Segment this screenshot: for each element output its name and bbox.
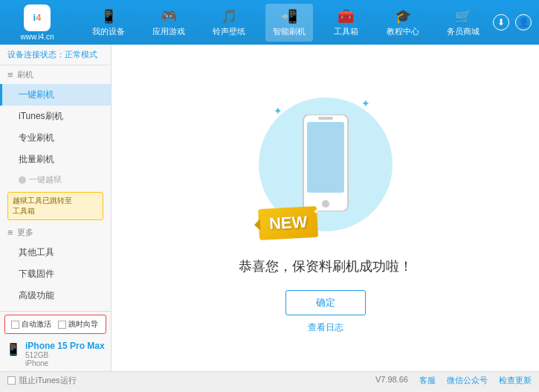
confirm-button[interactable]: 确定 <box>285 290 366 315</box>
time-guide-checkbox-item[interactable]: 跳时向导 <box>58 319 98 330</box>
phone-illustration: NEW ✦ ✦ ✦ <box>251 83 400 246</box>
sidebar-item-download-firmware[interactable]: 下载固件 <box>0 263 111 285</box>
sidebar-item-pro-flash[interactable]: 专业刷机 <box>0 127 111 149</box>
device-storage: 512GB <box>25 351 105 359</box>
sidebar-item-one-key-flash[interactable]: 一键刷机 <box>0 84 111 106</box>
svg-rect-1 <box>307 122 344 193</box>
sidebar-notice: 越狱工具已跳转至工具箱 <box>7 192 103 220</box>
header: i4 www.i4.cn 📱 我的设备 🎮 应用游戏 🎵 铃声壁纸 📲 智能刷机… <box>0 0 539 45</box>
sidebar: 设备连接状态：正常模式 ≡ 刷机 一键刷机 iTunes刷机 专业刷机 批量刷机… <box>0 45 112 371</box>
success-message: 恭喜您，保资料刷机成功啦！ <box>239 257 413 275</box>
phone-svg <box>300 115 352 211</box>
nav-ringtone[interactable]: 🎵 铃声壁纸 <box>205 4 253 42</box>
header-controls: ⬇ 👤 <box>493 14 532 30</box>
disabled-indicator <box>19 176 26 184</box>
nav-toolbox[interactable]: 🧰 工具箱 <box>326 4 367 42</box>
download-button[interactable]: ⬇ <box>493 14 509 30</box>
check-update-link[interactable]: 检查更新 <box>499 375 532 386</box>
nav-bar: 📱 我的设备 🎮 应用游戏 🎵 铃声壁纸 📲 智能刷机 🧰 工具箱 🎓 教程中心… <box>78 4 493 42</box>
footer: 阻止iTunes运行 V7.98.66 客服 微信公众号 检查更新 <box>0 371 539 389</box>
footer-left: 阻止iTunes运行 <box>7 375 77 386</box>
new-badge-text: NEW <box>268 212 308 233</box>
auto-activate-checkbox-item[interactable]: 自动激活 <box>11 319 51 330</box>
nav-app-games[interactable]: 🎮 应用游戏 <box>145 4 193 42</box>
badge-arrow <box>254 218 260 230</box>
service-icon: 🛒 <box>455 8 471 25</box>
main-container: 设备连接状态：正常模式 ≡ 刷机 一键刷机 iTunes刷机 专业刷机 批量刷机… <box>0 45 539 371</box>
ringtone-icon: 🎵 <box>221 8 237 25</box>
device-phone-icon: 📱 <box>6 342 21 356</box>
official-link[interactable]: 客服 <box>419 375 436 386</box>
device-entry: 📱 iPhone 15 Pro Max 512GB iPhone <box>0 337 111 371</box>
device-name: iPhone 15 Pro Max <box>25 341 105 351</box>
auto-activate-panel: 自动激活 跳时向导 <box>4 315 106 334</box>
user-button[interactable]: 👤 <box>515 14 532 30</box>
nav-smart-flash[interactable]: 📲 智能刷机 <box>265 4 313 42</box>
my-device-icon: 📱 <box>100 8 117 25</box>
sidebar-item-advanced[interactable]: 高级功能 <box>0 285 111 306</box>
toolbox-icon: 🧰 <box>338 8 354 25</box>
sidebar-item-batch-flash[interactable]: 批量刷机 <box>0 149 111 170</box>
smart-flash-icon: 📲 <box>281 8 297 25</box>
log-link[interactable]: 查看日志 <box>308 321 343 334</box>
phone-body <box>300 115 352 213</box>
auto-activate-checkbox[interactable] <box>11 321 19 329</box>
wechat-link[interactable]: 微信公众号 <box>447 375 488 386</box>
nav-service[interactable]: 🛒 务员商城 <box>439 4 487 42</box>
footer-right: V7.98.66 客服 微信公众号 检查更新 <box>375 375 532 386</box>
svg-rect-3 <box>318 117 333 120</box>
sidebar-section-more: ≡ 更多 <box>0 223 111 242</box>
logo-url: www.i4.cn <box>20 33 54 41</box>
svg-point-2 <box>322 200 329 208</box>
sparkle-icon-1: ✦ <box>274 105 283 117</box>
device-text: iPhone 15 Pro Max 512GB iPhone <box>25 341 105 367</box>
stop-itunes-checkbox[interactable] <box>7 376 16 385</box>
device-type: iPhone <box>25 359 105 367</box>
tutorial-icon: 🎓 <box>395 8 411 25</box>
flash-section-icon: ≡ <box>7 69 13 80</box>
sidebar-bottom: 自动激活 跳时向导 📱 iPhone 15 Pro Max 512GB iPho… <box>0 311 111 371</box>
nav-my-device[interactable]: 📱 我的设备 <box>85 4 132 42</box>
app-games-icon: 🎮 <box>161 8 177 25</box>
sidebar-item-other-tools[interactable]: 其他工具 <box>0 242 111 263</box>
sparkle-icon-2: ✦ <box>361 97 370 109</box>
sidebar-disabled-jailbreak: 一键越狱 <box>0 170 111 189</box>
new-badge: NEW ✦ <box>257 205 317 240</box>
stop-itunes-label: 阻止iTunes运行 <box>19 375 77 386</box>
more-section-icon: ≡ <box>7 227 13 238</box>
sidebar-item-itunes-flash[interactable]: iTunes刷机 <box>0 106 111 127</box>
logo-area: i4 www.i4.cn <box>7 4 67 41</box>
sidebar-status: 设备连接状态：正常模式 <box>0 45 111 65</box>
version-label: V7.98.66 <box>375 375 408 386</box>
app-logo-icon: i4 <box>24 4 51 31</box>
nav-tutorial[interactable]: 🎓 教程中心 <box>379 4 427 42</box>
main-content: NEW ✦ ✦ ✦ 恭喜您，保资料刷机成功啦！ 确定 查看日志 <box>112 45 539 371</box>
sidebar-section-flash: ≡ 刷机 <box>0 65 111 84</box>
time-guide-checkbox[interactable] <box>58 321 66 329</box>
sidebar-main: 设备连接状态：正常模式 ≡ 刷机 一键刷机 iTunes刷机 专业刷机 批量刷机… <box>0 45 111 311</box>
